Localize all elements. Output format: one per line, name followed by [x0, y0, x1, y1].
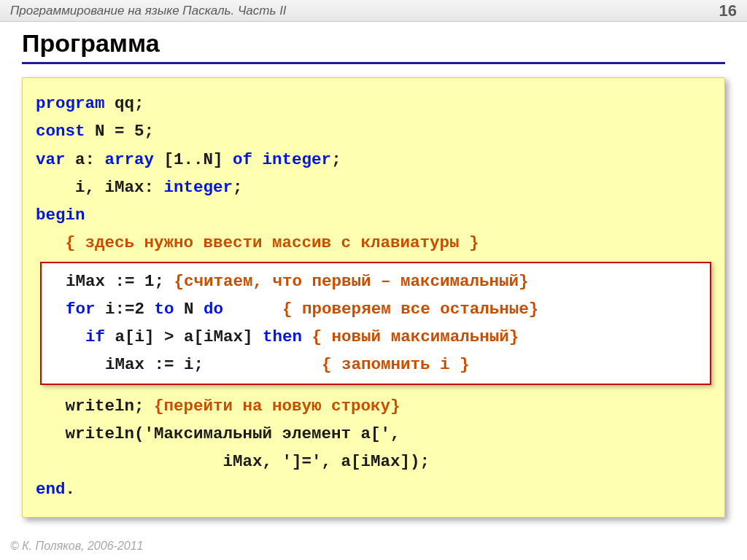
code-text: a[i] > a[iMax]	[105, 327, 263, 346]
code-line: end.	[36, 475, 711, 503]
comment: {считаем, что первый – максимальный}	[174, 272, 529, 291]
kw-integer: integer	[164, 178, 233, 197]
code-text: [1..N]	[154, 150, 233, 169]
code-text: iMax := 1;	[46, 272, 174, 291]
code-text: iMax, ']=', a[iMax]);	[36, 452, 430, 471]
code-line: for i:=2 to N do { проверяем все остальн…	[46, 295, 705, 323]
code-text: qq;	[105, 94, 144, 113]
kw-to: to	[155, 300, 174, 319]
topbar: Программирование на языке Паскаль. Часть…	[0, 0, 747, 22]
page-number: 16	[719, 1, 737, 20]
code-panel: program qq; const N = 5; var a: array [1…	[22, 77, 725, 518]
code-text	[46, 327, 85, 346]
kw-do: do	[204, 300, 223, 319]
code-text	[223, 300, 282, 319]
code-text: N = 5;	[85, 122, 155, 141]
footer-copyright: © К. Поляков, 2006-2011	[10, 540, 143, 553]
code-text	[252, 150, 263, 169]
comment: { проверяем все остальные}	[282, 300, 538, 319]
code-text: writeln;	[36, 397, 154, 416]
code-line: if a[i] > a[iMax] then { новый максималь…	[46, 323, 705, 351]
code-line: writeln; {перейти на новую строку}	[36, 392, 711, 420]
kw-for: for	[66, 300, 96, 319]
code-line: begin	[36, 201, 711, 229]
code-line: iMax, ']=', a[iMax]);	[36, 448, 711, 475]
code-line: writeln('Максимальный элемент a[',	[36, 420, 711, 448]
code-text	[46, 300, 66, 319]
kw-integer: integer	[263, 150, 332, 169]
code-text: a:	[66, 150, 105, 169]
code-line: i, iMax: integer;	[36, 174, 711, 201]
content-area: Программа program qq; const N = 5; var a…	[0, 22, 747, 560]
code-line: const N = 5;	[36, 117, 711, 145]
code-text: ;	[233, 178, 243, 197]
kw-const: const	[36, 122, 85, 141]
code-line: { здесь нужно ввести массив с клавиатуры…	[36, 229, 711, 257]
highlight-box: iMax := 1; {считаем, что первый – максим…	[40, 262, 711, 385]
slide-root: Программирование на языке Паскаль. Часть…	[0, 0, 747, 560]
kw-var: var	[36, 150, 66, 169]
slide-title: Программа	[22, 29, 725, 64]
comment: { новый максимальный}	[312, 327, 519, 346]
code-line: iMax := i; { запомнить i }	[46, 351, 705, 378]
code-line: program qq;	[36, 90, 711, 117]
code-text: i, iMax:	[36, 178, 164, 197]
code-text: .	[66, 480, 76, 499]
comment: { запомнить i }	[322, 355, 470, 374]
header-title: Программирование на языке Паскаль. Часть…	[10, 4, 287, 18]
comment: { здесь нужно ввести массив с клавиатуры…	[36, 233, 479, 252]
kw-array: array	[105, 150, 155, 169]
code-line: iMax := 1; {считаем, что первый – максим…	[46, 268, 705, 295]
code-text: writeln('Максимальный элемент a[',	[36, 424, 400, 443]
kw-of: of	[233, 150, 252, 169]
kw-if: if	[85, 327, 105, 346]
code-text: i:=2	[96, 300, 155, 319]
code-text: N	[174, 300, 204, 319]
code-line: var a: array [1..N] of integer;	[36, 146, 711, 174]
comment: {перейти на новую строку}	[154, 397, 400, 416]
code-text: iMax := i;	[46, 355, 322, 374]
kw-then: then	[263, 327, 302, 346]
code-text: ;	[331, 150, 341, 169]
kw-program: program	[36, 94, 105, 113]
kw-begin: begin	[36, 206, 85, 225]
code-text	[302, 327, 312, 346]
kw-end: end	[36, 480, 66, 499]
